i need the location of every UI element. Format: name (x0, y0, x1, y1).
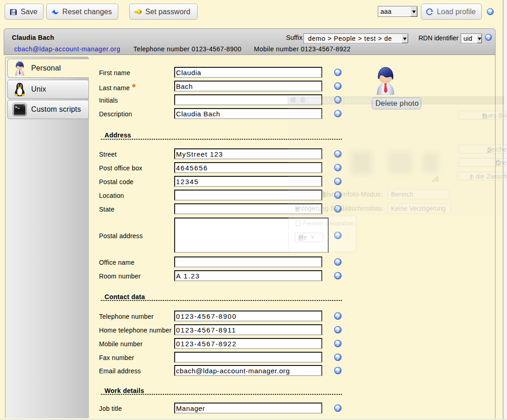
svg-text:?: ? (336, 232, 340, 239)
svg-text:?: ? (336, 273, 340, 279)
svg-text:?: ? (336, 164, 340, 171)
svg-text:?: ? (336, 151, 340, 158)
svg-text:?: ? (336, 313, 340, 320)
svg-text:?: ? (336, 327, 340, 333)
svg-text:?: ? (336, 83, 340, 90)
svg-text:?: ? (336, 206, 340, 213)
svg-text:?: ? (489, 9, 492, 15)
svg-text:?: ? (336, 367, 340, 374)
svg-text:?: ? (336, 69, 340, 76)
svg-text:?: ? (336, 178, 340, 185)
svg-text:?: ? (336, 340, 340, 347)
svg-text:?: ? (336, 97, 340, 104)
svg-text:?: ? (336, 259, 340, 266)
svg-text:?: ? (336, 405, 340, 412)
svg-text:?: ? (336, 192, 340, 199)
svg-text:?: ? (487, 34, 490, 41)
svg-text:?: ? (336, 110, 340, 117)
svg-text:?: ? (336, 354, 340, 361)
svg-text:>: > (15, 105, 17, 110)
